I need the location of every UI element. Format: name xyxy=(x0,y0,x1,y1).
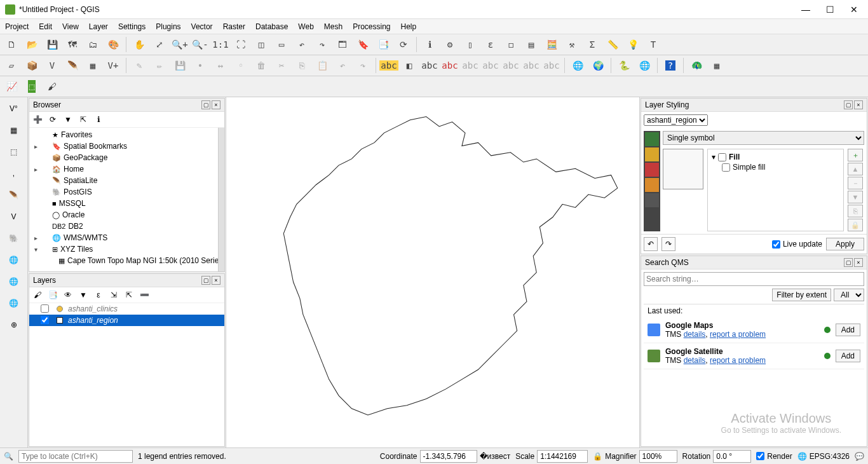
history-tab-icon[interactable] xyxy=(645,193,659,207)
browser-scrollbar[interactable] xyxy=(218,128,224,271)
3d-tab-icon[interactable] xyxy=(645,163,659,177)
label-pin-icon[interactable]: abc xyxy=(441,57,459,74)
add-raster-icon[interactable]: ▦ xyxy=(4,121,24,139)
menu-project[interactable]: Project xyxy=(5,22,29,31)
qms-add-icon[interactable]: 🌍 xyxy=(589,57,607,74)
rot-input[interactable] xyxy=(713,450,751,463)
node-tool-icon[interactable]: ◦ xyxy=(232,57,250,74)
lock-icon[interactable]: 🔒 xyxy=(593,452,602,461)
label-rotate-icon[interactable]: abc xyxy=(502,57,520,74)
add-package-icon[interactable]: 📦 xyxy=(23,57,41,74)
plugin2-icon[interactable]: ▦ xyxy=(708,57,726,74)
styling-close-icon[interactable]: × xyxy=(854,100,863,109)
browser-item[interactable]: 📦GeoPackage xyxy=(31,152,217,163)
field-calc-icon[interactable]: 🧮 xyxy=(543,36,560,53)
layers-undock-icon[interactable]: ▢ xyxy=(201,276,210,285)
menu-help[interactable]: Help xyxy=(401,22,417,31)
qms-add-button[interactable]: Add xyxy=(836,350,860,362)
styling-undock-icon[interactable]: ▢ xyxy=(844,100,853,109)
symbol-dup-button[interactable]: ⎘ xyxy=(848,205,863,217)
undo-icon[interactable]: ↶ xyxy=(334,57,351,74)
menu-raster[interactable]: Raster xyxy=(223,22,245,31)
browser-item[interactable]: ★Favorites xyxy=(31,129,217,140)
save-edits-icon[interactable]: 💾 xyxy=(171,57,189,74)
browser-item[interactable]: DB2DB2 xyxy=(31,221,217,232)
move-feature-icon[interactable]: ↔ xyxy=(212,57,229,74)
menu-layer[interactable]: Layer xyxy=(89,22,108,31)
qms-search-input[interactable] xyxy=(644,272,864,286)
new-bookmark-icon[interactable]: 🔖 xyxy=(354,36,372,53)
styling-layer-select[interactable]: ashanti_region xyxy=(644,114,708,126)
select-by-value-icon[interactable]: ε xyxy=(482,36,499,53)
new-map-view-icon[interactable]: 🗔 xyxy=(334,36,351,53)
menu-processing[interactable]: Processing xyxy=(353,22,390,31)
mag-input[interactable] xyxy=(639,450,677,463)
new-shapefile-icon[interactable]: V xyxy=(43,57,61,74)
render-checkbox[interactable] xyxy=(756,452,764,460)
qms-search-icon[interactable]: 🌐 xyxy=(569,57,587,74)
browser-close-icon[interactable]: × xyxy=(212,100,220,109)
add-spatialite-icon[interactable]: 🪶 xyxy=(4,186,24,204)
coord-input[interactable] xyxy=(420,450,477,463)
add-ows-icon[interactable]: ⊕ xyxy=(4,316,24,334)
paste-icon[interactable]: 📋 xyxy=(313,57,331,74)
plugin1-icon[interactable]: 🦚 xyxy=(688,57,705,74)
layer-remove-icon[interactable]: ➖ xyxy=(139,289,150,301)
layers-list[interactable]: ashanti_clinicsashanti_region xyxy=(29,303,224,447)
style-manager-icon[interactable]: 🎨 xyxy=(104,36,122,53)
grass-icon[interactable]: ⬚ xyxy=(23,78,41,95)
menu-mesh[interactable]: Mesh xyxy=(324,22,342,31)
menu-database[interactable]: Database xyxy=(255,22,288,31)
extent-toggle-icon[interactable]: �извест xyxy=(480,452,511,461)
redo-icon[interactable]: ↷ xyxy=(354,57,372,74)
layer-row-ashanti_region[interactable]: ashanti_region xyxy=(29,315,224,326)
symbol-lock-button[interactable]: 🔒 xyxy=(848,219,863,231)
osm-icon[interactable]: 🌐 xyxy=(635,57,653,74)
zoom-native-icon[interactable]: 1:1 xyxy=(212,36,229,53)
diagram-icon[interactable]: ◧ xyxy=(400,57,418,74)
new-project-icon[interactable]: 🗋 xyxy=(3,36,20,53)
new-virtual-icon[interactable]: V+ xyxy=(104,57,122,74)
browser-item[interactable]: ■MSSQL xyxy=(31,198,217,209)
select-features-icon[interactable]: ▯ xyxy=(461,36,479,53)
annotation-icon[interactable]: T xyxy=(644,36,662,53)
menu-edit[interactable]: Edit xyxy=(39,22,52,31)
maximize-button[interactable]: ☐ xyxy=(824,4,836,15)
statistics-icon[interactable]: Σ xyxy=(583,36,601,53)
minimize-button[interactable]: — xyxy=(799,4,812,15)
add-delim-icon[interactable]: , xyxy=(4,165,24,182)
browser-item[interactable]: 🐘PostGIS xyxy=(31,186,217,198)
label-move-icon[interactable]: abc xyxy=(482,57,499,74)
label-unpin-icon[interactable]: abc xyxy=(461,57,479,74)
new-spatialite-icon[interactable]: 🪶 xyxy=(64,57,81,74)
filter-type-select[interactable]: All xyxy=(834,289,864,301)
layer-row-ashanti_clinics[interactable]: ashanti_clinics xyxy=(29,303,224,315)
toolbox-icon[interactable]: ⚒ xyxy=(563,36,581,53)
browser-item[interactable]: ▸🔖Spatial Bookmarks xyxy=(31,140,217,152)
delete-selected-icon[interactable]: 🗑 xyxy=(252,57,270,74)
identify-icon[interactable]: ℹ xyxy=(421,36,438,53)
layer-visibility-icon[interactable]: 👁 xyxy=(62,289,74,301)
browser-add-icon[interactable]: ➕ xyxy=(32,114,43,125)
symbol-remove-button[interactable]: － xyxy=(848,177,863,189)
scale-input[interactable] xyxy=(537,450,588,463)
add-virtual-icon[interactable]: V xyxy=(4,208,24,226)
zoom-selection-icon[interactable]: ◫ xyxy=(252,36,270,53)
grass2-icon[interactable]: 🖌 xyxy=(43,78,61,95)
add-postgis-icon[interactable]: 🐘 xyxy=(4,229,24,247)
layer-add-group-icon[interactable]: 📑 xyxy=(47,289,58,301)
copy-icon[interactable]: ⎘ xyxy=(293,57,311,74)
zoom-layer-icon[interactable]: ▭ xyxy=(273,36,290,53)
label-hide-icon[interactable]: abc xyxy=(543,57,560,74)
label-highlight-icon[interactable]: abc xyxy=(421,57,438,74)
new-geopackage-icon[interactable]: ▦ xyxy=(84,57,102,74)
zoom-out-icon[interactable]: 🔍- xyxy=(191,36,209,53)
python-console-icon[interactable]: 🐍 xyxy=(615,57,633,74)
crs-label[interactable]: EPSG:4326 xyxy=(810,452,850,461)
layout-manager-icon[interactable]: 🗂 xyxy=(84,36,102,53)
browser-item[interactable]: 🪶SpatiaLite xyxy=(31,175,217,186)
browser-undock-icon[interactable]: ▢ xyxy=(201,100,210,109)
measure-icon[interactable]: 📏 xyxy=(604,36,621,53)
filter-extent-button[interactable]: Filter by extent xyxy=(772,289,831,301)
symbol-up-button[interactable]: ▲ xyxy=(848,163,863,175)
